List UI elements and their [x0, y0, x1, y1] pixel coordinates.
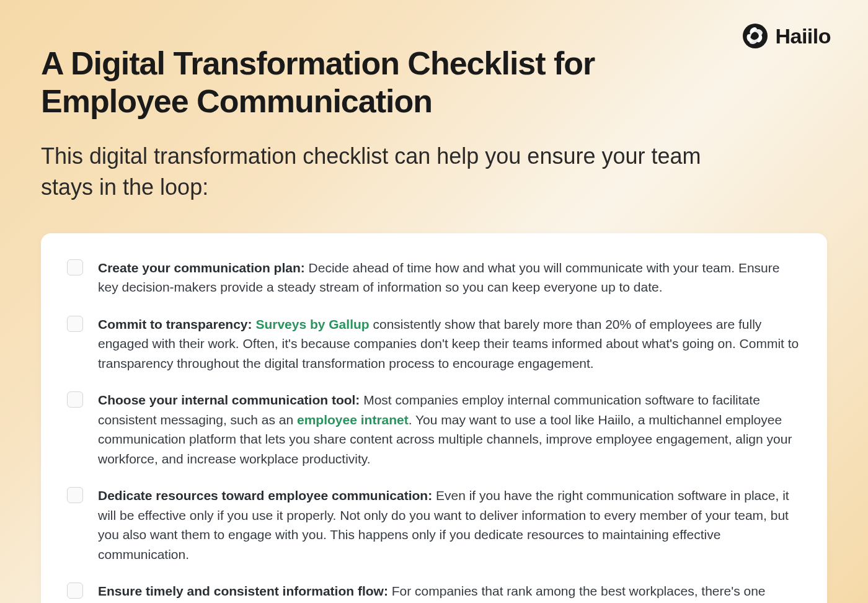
checkbox[interactable]: [67, 487, 83, 503]
page-title: A Digital Transformation Checklist for E…: [41, 45, 673, 121]
link-employee-intranet[interactable]: employee intranet: [297, 413, 409, 427]
brand-name: Haiilo: [775, 24, 831, 48]
checklist-item-text: Create your communication plan: Decide a…: [98, 258, 801, 297]
checklist-item: Dedicate resources toward employee commu…: [67, 486, 801, 564]
checkbox[interactable]: [67, 259, 83, 275]
brand-logo-icon: [743, 24, 768, 48]
item-title: Choose your internal communication tool:: [98, 393, 360, 407]
item-title: Create your communication plan:: [98, 261, 305, 275]
header: A Digital Transformation Checklist for E…: [0, 0, 868, 203]
checklist-card: Create your communication plan: Decide a…: [41, 233, 827, 604]
checklist-item-text: Commit to transparency: Surveys by Gallu…: [98, 315, 801, 373]
page-subtitle: This digital transformation checklist ca…: [41, 141, 723, 203]
brand-logo: Haiilo: [743, 24, 831, 48]
checklist-item: Ensure timely and consistent information…: [67, 581, 801, 603]
checkbox[interactable]: [67, 316, 83, 332]
checklist-item: Create your communication plan: Decide a…: [67, 258, 801, 297]
item-title: Commit to transparency:: [98, 317, 252, 331]
checkbox[interactable]: [67, 391, 83, 408]
checkbox[interactable]: [67, 583, 83, 599]
checklist-item: Commit to transparency: Surveys by Gallu…: [67, 315, 801, 373]
item-title: Ensure timely and consistent information…: [98, 584, 388, 598]
checklist-item-text: Choose your internal communication tool:…: [98, 390, 801, 468]
link-gallup-surveys[interactable]: Surveys by Gallup: [255, 317, 369, 331]
checklist-item-text: Dedicate resources toward employee commu…: [98, 486, 801, 564]
checklist-item: Choose your internal communication tool:…: [67, 390, 801, 468]
checklist-item-text: Ensure timely and consistent information…: [98, 581, 801, 603]
item-title: Dedicate resources toward employee commu…: [98, 488, 432, 502]
